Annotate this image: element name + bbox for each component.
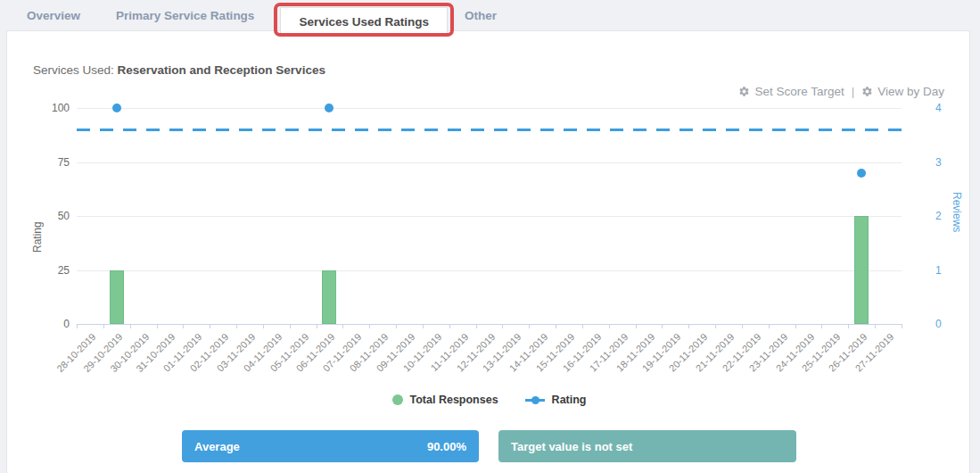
right-axis-tick-label: 3 [935, 156, 957, 169]
x-axis-tick [875, 324, 876, 328]
average-value: 90.00% [427, 440, 466, 453]
legend-line-dot-marker [525, 394, 545, 405]
x-axis-tick [609, 324, 610, 328]
h-gridline [77, 216, 902, 217]
x-axis-tick [103, 324, 104, 328]
average-dashed-line [77, 129, 902, 131]
x-axis-tick [556, 324, 556, 328]
left-axis-tick-label: 75 [34, 156, 70, 169]
total-responses-bar[interactable] [322, 270, 336, 325]
x-axis-tick [769, 324, 770, 328]
h-gridline [77, 270, 902, 271]
right-axis-tick-label: 4 [935, 102, 957, 114]
legend-label: Total Responses [410, 394, 498, 406]
x-axis-tick [263, 324, 264, 328]
total-responses-bar[interactable] [854, 216, 869, 324]
x-axis-tick [183, 324, 184, 328]
x-axis-tick [715, 324, 716, 328]
x-axis-tick [342, 324, 343, 328]
tab-primary-service-ratings[interactable]: Primary Service Ratings [116, 9, 254, 22]
chart-legend: Total Responses Rating [77, 392, 902, 408]
right-axis-tick-label: 2 [935, 210, 957, 222]
target-text: Target value is not set [511, 440, 632, 453]
x-axis-tick [529, 324, 530, 328]
x-axis-tick [210, 324, 210, 328]
rating-dot[interactable] [112, 104, 121, 112]
x-axis-tick [821, 324, 822, 328]
h-gridline [77, 108, 902, 109]
left-axis-tick-label: 0 [34, 318, 70, 330]
x-axis-tick [130, 324, 131, 328]
tab-active-wrap: Services Used Ratings [280, 0, 448, 30]
tab-bar: Overview Primary Service Ratings Service… [0, 0, 980, 30]
h-gridline [77, 162, 902, 163]
average-label: Average [194, 440, 240, 453]
main-panel: Services Used: Reservation and Reception… [6, 30, 970, 473]
tab-other[interactable]: Other [465, 9, 497, 22]
average-box: Average 90.00% [182, 430, 479, 462]
tab-overview[interactable]: Overview [27, 9, 80, 22]
legend-circle-marker [392, 394, 403, 405]
x-axis-tick [902, 324, 902, 328]
rating-dot[interactable] [857, 169, 866, 178]
right-axis-tick-label: 0 [935, 318, 957, 330]
target-box: Target value is not set [498, 430, 796, 462]
x-axis-tick [423, 324, 424, 328]
x-axis-tick [476, 324, 477, 328]
x-axis-tick [369, 324, 370, 328]
x-axis-tick [742, 324, 743, 328]
x-axis-tick [662, 324, 663, 328]
x-axis-tick [290, 324, 291, 328]
legend-item-rating[interactable]: Rating [525, 394, 587, 406]
right-axis-tick-label: 1 [935, 264, 957, 277]
x-axis-tick [502, 324, 503, 328]
tab-services-used-ratings[interactable]: Services Used Ratings [280, 7, 448, 35]
x-axis-tick [636, 324, 637, 328]
x-axis-tick [396, 324, 397, 328]
x-axis-line [77, 324, 902, 325]
left-axis-tick-label: 25 [34, 264, 70, 277]
legend-item-total-responses[interactable]: Total Responses [392, 394, 498, 406]
x-axis-tick [795, 324, 796, 328]
total-responses-bar[interactable] [110, 270, 124, 325]
x-axis-tick [317, 324, 317, 328]
x-axis-date-label: 27-11-2019 [843, 331, 895, 384]
rating-dot[interactable] [325, 104, 334, 112]
x-axis-tick [582, 324, 583, 328]
x-axis-tick [688, 324, 689, 328]
legend-label: Rating [552, 394, 587, 406]
x-axis-tick [77, 324, 78, 328]
x-axis-tick [236, 324, 237, 328]
left-axis-tick-label: 50 [34, 210, 70, 222]
x-axis-tick [848, 324, 849, 328]
x-axis-tick [157, 324, 158, 328]
left-axis-tick-label: 100 [34, 102, 70, 114]
x-axis-tick [449, 324, 450, 328]
